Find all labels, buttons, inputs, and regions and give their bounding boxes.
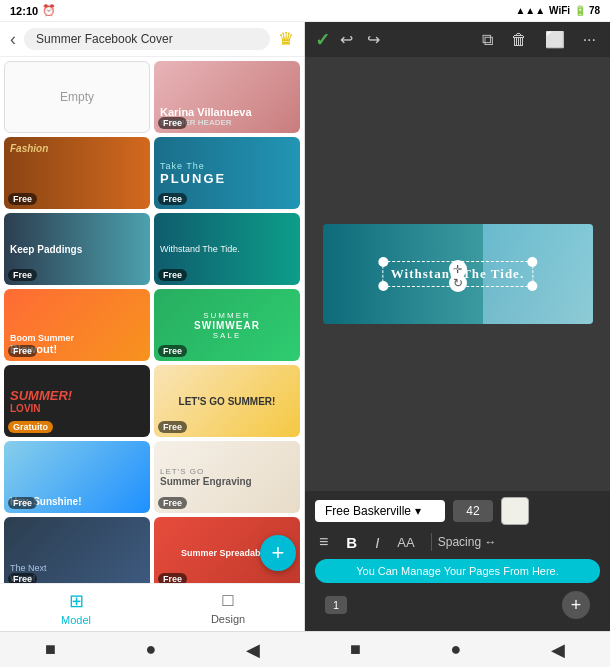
nav-square-right[interactable]: ■ (340, 635, 371, 664)
alarm-icon: ⏰ (42, 4, 56, 17)
badge-free-t9: Free (158, 421, 187, 433)
empty-label: Empty (60, 90, 94, 104)
format-row: ≡ B I AA Spacing ↔ (315, 531, 600, 553)
model-icon: ⊞ (69, 590, 84, 612)
add-page-button[interactable]: + (562, 591, 590, 619)
tab-model-label: Model (61, 614, 91, 626)
font-name: Free Baskerville (325, 504, 411, 518)
search-title: Summer Facebook Cover (36, 32, 173, 46)
more-button[interactable]: ··· (579, 29, 600, 51)
template-item-t10[interactable]: Hey, Sunshine! Free (4, 441, 150, 513)
nav-square-left[interactable]: ■ (35, 635, 66, 664)
nav-back-right[interactable]: ◀ (541, 635, 575, 665)
crown-icon[interactable]: ♛ (278, 28, 294, 50)
top-bar: ‹ Summer Facebook Cover ♛ (0, 22, 304, 57)
badge-free-t4: Free (8, 269, 37, 281)
rotate-handle[interactable]: ↻ (449, 274, 467, 292)
font-size-value: 42 (466, 504, 479, 518)
corner-handle-bl[interactable] (378, 281, 388, 291)
chevron-down-icon: ▾ (415, 504, 421, 518)
template-grid: Empty Karina Villanueva SUMMER HEADER Fr… (0, 57, 304, 583)
template-item-t12[interactable]: The NextWave! Free (4, 517, 150, 583)
page-indicator[interactable]: 1 (325, 596, 347, 614)
time-display: 12:10 (10, 5, 38, 17)
system-nav-bar: ■ ● ◀ ■ ● ◀ (0, 631, 610, 667)
font-size-control[interactable]: 42 (453, 500, 493, 522)
spacing-button[interactable]: Spacing ↔ (431, 533, 503, 551)
tab-design-label: Design (211, 613, 245, 625)
template-item-t11[interactable]: LET'S GO Summer Engraving Free (154, 441, 300, 513)
nav-circle-left[interactable]: ● (136, 635, 167, 664)
fab-add-button[interactable]: + (260, 535, 296, 571)
search-box[interactable]: Summer Facebook Cover (24, 28, 270, 50)
template-item-t3[interactable]: Take The PLUNGE Free (154, 137, 300, 209)
template-item-t8[interactable]: SUMMER! LOVIN Gratuito (4, 365, 150, 437)
tab-model[interactable]: ⊞ Model (0, 584, 152, 631)
resize-button[interactable]: ⬜ (541, 28, 569, 51)
badge-free-t5: Free (158, 269, 187, 281)
wifi-icon: WiFi (549, 5, 570, 16)
align-button[interactable]: ≡ (315, 531, 332, 553)
font-selector[interactable]: Free Baskerville ▾ (315, 500, 445, 522)
template-item-t1[interactable]: Karina Villanueva SUMMER HEADER Free (154, 61, 300, 133)
badge-free-t6: Free (8, 345, 37, 357)
corner-handle-tl[interactable] (378, 257, 388, 267)
badge-gratuito: Gratuito (8, 421, 53, 433)
bottom-tabs: ⊞ Model □ Design (0, 583, 304, 631)
bold-button[interactable]: B (342, 532, 361, 553)
italic-button[interactable]: I (371, 532, 383, 553)
copy-button[interactable]: ⧉ (478, 29, 497, 51)
undo-button[interactable]: ↩ (336, 28, 357, 51)
left-panel: ‹ Summer Facebook Cover ♛ Empty Karina V… (0, 22, 305, 631)
badge-free-t13: Free (158, 573, 187, 583)
nav-back-left[interactable]: ◀ (236, 635, 270, 665)
badge-free-t3: Free (158, 193, 187, 205)
page-number: 1 (333, 599, 339, 611)
right-bottom-controls: Free Baskerville ▾ 42 ≡ B I AA Spacing ↔… (305, 491, 610, 631)
delete-button[interactable]: 🗑 (507, 29, 531, 51)
tooltip-bar[interactable]: You Can Manage Your Pages From Here. (315, 559, 600, 583)
back-button[interactable]: ‹ (10, 29, 16, 50)
canvas-area: ✛ Withstand The Tide. ↻ (305, 57, 610, 491)
badge-free-t11: Free (158, 497, 187, 509)
right-panel: ✓ ↩ ↪ ⧉ 🗑 ⬜ ··· ✛ Withstand The Tide. (305, 22, 610, 631)
badge-free: Free (158, 117, 187, 129)
tooltip-text: You Can Manage Your Pages From Here. (356, 565, 559, 577)
canvas-background: ✛ Withstand The Tide. ↻ (323, 224, 593, 324)
template-item-empty[interactable]: Empty (4, 61, 150, 133)
template-item-t4[interactable]: Keep Paddings Free (4, 213, 150, 285)
status-bar: 12:10 ⏰ ▲▲▲ WiFi 🔋 78 (0, 0, 610, 22)
design-icon: □ (223, 590, 234, 611)
tab-design[interactable]: □ Design (152, 584, 304, 631)
nav-circle-right[interactable]: ● (441, 635, 472, 664)
template-item-t9[interactable]: LET'S GO SUMMER! Free (154, 365, 300, 437)
badge-free-t7: Free (158, 345, 187, 357)
template-item-t5[interactable]: Withstand The Tide. Free (154, 213, 300, 285)
page-action-row: 1 + (315, 587, 600, 625)
badge-free-t10: Free (8, 497, 37, 509)
confirm-button[interactable]: ✓ (315, 29, 330, 51)
template-item-t7[interactable]: SUMMER SWIMWEAR SALE Free (154, 289, 300, 361)
right-toolbar: ✓ ↩ ↪ ⧉ 🗑 ⬜ ··· (305, 22, 610, 57)
signal-icon: ▲▲▲ (515, 5, 545, 16)
battery-icon: 🔋 78 (574, 5, 600, 16)
font-row: Free Baskerville ▾ 42 (315, 497, 600, 525)
color-swatch[interactable] (501, 497, 529, 525)
redo-button[interactable]: ↪ (363, 28, 384, 51)
caps-button[interactable]: AA (393, 533, 418, 552)
template-item-t2[interactable]: Fashion Free (4, 137, 150, 209)
template-item-t6[interactable]: Boom Summer Blowout! Free (4, 289, 150, 361)
badge-free-t2: Free (8, 193, 37, 205)
badge-free-t12: Free (8, 573, 37, 583)
